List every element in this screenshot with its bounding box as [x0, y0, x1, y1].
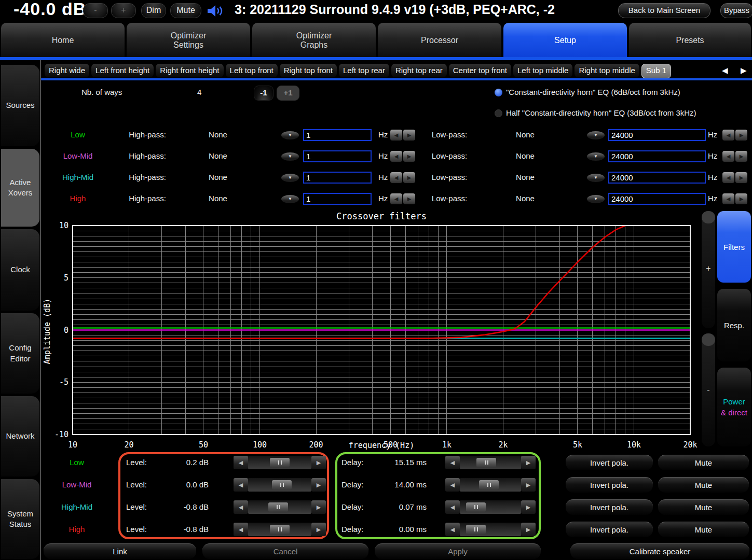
mute-band-button[interactable]: Mute — [658, 477, 749, 493]
delay-slider-thumb[interactable] — [476, 458, 496, 467]
level-slider-thumb[interactable] — [270, 525, 290, 534]
volume-up-button[interactable]: + — [111, 3, 136, 18]
volume-down-button[interactable]: - — [83, 3, 108, 18]
apply-button[interactable]: Apply — [375, 543, 541, 559]
delay-slider-track[interactable] — [460, 523, 521, 536]
speaker-tab-right-wide[interactable]: Right wide — [45, 64, 89, 77]
level-slider-decrease-icon[interactable]: ◀ — [234, 500, 248, 514]
delay-slider-increase-icon[interactable]: ▶ — [521, 478, 536, 492]
level-slider-increase-icon[interactable]: ▶ — [311, 456, 326, 469]
sidebar-item-active-xovers[interactable]: Active Xovers — [1, 149, 39, 227]
calibrate-speaker-button[interactable]: Calibrate speaker — [570, 543, 749, 559]
sidebar-item-sources[interactable]: Sources — [1, 65, 39, 146]
tab-setup[interactable]: Setup — [503, 23, 627, 58]
delay-slider-decrease-icon[interactable]: ◀ — [445, 478, 460, 492]
delay-slider-increase-icon[interactable]: ▶ — [521, 500, 536, 514]
invert-polarity-button[interactable]: Invert pola. — [566, 477, 653, 493]
mute-button[interactable]: Mute — [170, 3, 201, 18]
freq-step-down-icon[interactable]: ◀ — [390, 193, 402, 204]
delay-slider-track[interactable] — [460, 478, 521, 492]
level-slider-thumb[interactable] — [272, 480, 292, 489]
speaker-tab-left-front-height[interactable]: Left front height — [91, 64, 154, 77]
level-slider-thumb[interactable] — [268, 502, 288, 512]
tab-home[interactable]: Home — [1, 23, 125, 58]
scroll-thumb[interactable] — [702, 211, 715, 223]
level-slider-increase-icon[interactable]: ▶ — [311, 500, 326, 514]
zoom-out-icon[interactable]: - — [702, 385, 715, 395]
lowpass-dropdown-icon[interactable]: ▼ — [587, 131, 605, 139]
highpass-dropdown-icon[interactable]: ▼ — [281, 174, 299, 182]
invert-polarity-button[interactable]: Invert pola. — [566, 522, 653, 537]
zoom-in-scrollbar[interactable]: + — [702, 211, 715, 328]
speaker-tab-center-top-front[interactable]: Center top front — [449, 64, 511, 77]
lowpass-freq-input[interactable] — [608, 129, 706, 141]
level-slider-track[interactable] — [248, 478, 311, 492]
ways-decrement-button[interactable]: -1 — [254, 86, 274, 101]
speaker-tab-left-top-front[interactable]: Left top front — [226, 64, 278, 77]
cancel-button[interactable]: Cancel — [202, 543, 368, 559]
delay-slider-track[interactable] — [460, 456, 521, 469]
level-slider-track[interactable] — [248, 523, 311, 536]
freq-step-down-icon[interactable]: ◀ — [722, 193, 734, 204]
sidebar-item-clock[interactable]: Clock — [1, 229, 39, 311]
response-view-button[interactable]: Resp. — [717, 289, 751, 361]
invert-polarity-button[interactable]: Invert pola. — [566, 455, 653, 470]
lowpass-dropdown-icon[interactable]: ▼ — [587, 152, 605, 161]
invert-polarity-button[interactable]: Invert pola. — [566, 499, 653, 515]
level-slider-decrease-icon[interactable]: ◀ — [234, 523, 248, 536]
highpass-dropdown-icon[interactable]: ▼ — [281, 195, 299, 203]
freq-step-down-icon[interactable]: ◀ — [722, 130, 734, 141]
speaker-tab-left-top-rear[interactable]: Left top rear — [339, 64, 389, 77]
horn-eq-radio-unselected[interactable] — [495, 109, 502, 117]
tab-processor[interactable]: Processor — [378, 23, 501, 58]
freq-step-up-icon[interactable]: ▶ — [735, 151, 747, 162]
freq-step-down-icon[interactable]: ◀ — [722, 151, 734, 162]
mute-band-button[interactable]: Mute — [658, 522, 749, 537]
delay-slider-decrease-icon[interactable]: ◀ — [445, 500, 460, 514]
highpass-freq-input[interactable] — [303, 129, 372, 141]
speaker-tab-right-front-height[interactable]: Right front height — [156, 64, 223, 77]
back-to-main-screen-button[interactable]: Back to Main Screen — [618, 3, 710, 18]
freq-step-down-icon[interactable]: ◀ — [722, 172, 734, 183]
delay-slider-thumb[interactable] — [479, 480, 499, 489]
freq-step-up-icon[interactable]: ▶ — [735, 172, 747, 183]
dim-button[interactable]: Dim — [141, 3, 166, 18]
speaker-tab-sub-1[interactable]: Sub 1 — [641, 64, 671, 78]
freq-step-up-icon[interactable]: ▶ — [403, 193, 415, 204]
highpass-freq-input[interactable] — [303, 172, 372, 184]
highpass-freq-input[interactable] — [303, 150, 372, 162]
freq-step-down-icon[interactable]: ◀ — [390, 151, 402, 162]
lowpass-freq-input[interactable] — [608, 193, 706, 205]
horn-eq-radio-selected[interactable] — [495, 89, 502, 96]
level-slider-thumb[interactable] — [270, 458, 290, 467]
freq-step-up-icon[interactable]: ▶ — [403, 130, 415, 141]
tab-optimizer-settings[interactable]: Optimizer Settings — [127, 23, 250, 58]
lowpass-dropdown-icon[interactable]: ▼ — [587, 195, 605, 203]
bypass-button[interactable]: Bypass — [720, 3, 752, 18]
tab-presets[interactable]: Presets — [629, 23, 751, 58]
sidebar-item-config-editor[interactable]: Config Editor — [1, 313, 39, 394]
filters-view-button[interactable]: Filters — [717, 211, 751, 283]
level-slider-increase-icon[interactable]: ▶ — [311, 523, 326, 536]
ways-increment-button[interactable]: +1 — [277, 86, 299, 101]
freq-step-up-icon[interactable]: ▶ — [403, 151, 415, 162]
delay-slider-track[interactable] — [460, 500, 521, 514]
delay-slider-thumb[interactable] — [466, 525, 486, 534]
lowpass-freq-input[interactable] — [608, 150, 706, 162]
tab-optimizer-graphs[interactable]: Optimizer Graphs — [252, 23, 376, 58]
delay-slider-increase-icon[interactable]: ▶ — [521, 456, 536, 469]
scroll-thumb[interactable] — [702, 333, 715, 346]
speaker-tab-right-top-rear[interactable]: Right top rear — [391, 64, 447, 77]
speaker-tab-right-top-middle[interactable]: Right top middle — [575, 64, 639, 77]
freq-step-up-icon[interactable]: ▶ — [735, 193, 747, 204]
level-slider-decrease-icon[interactable]: ◀ — [234, 478, 248, 492]
delay-slider-decrease-icon[interactable]: ◀ — [445, 523, 460, 536]
freq-step-down-icon[interactable]: ◀ — [390, 172, 402, 183]
speaker-tab-right-top-front[interactable]: Right top front — [280, 64, 337, 77]
level-slider-decrease-icon[interactable]: ◀ — [234, 456, 248, 469]
mute-band-button[interactable]: Mute — [658, 499, 749, 515]
highpass-freq-input[interactable] — [303, 193, 372, 205]
link-button[interactable]: Link — [44, 543, 196, 559]
level-slider-track[interactable] — [248, 456, 311, 469]
delay-slider-increase-icon[interactable]: ▶ — [521, 523, 536, 536]
